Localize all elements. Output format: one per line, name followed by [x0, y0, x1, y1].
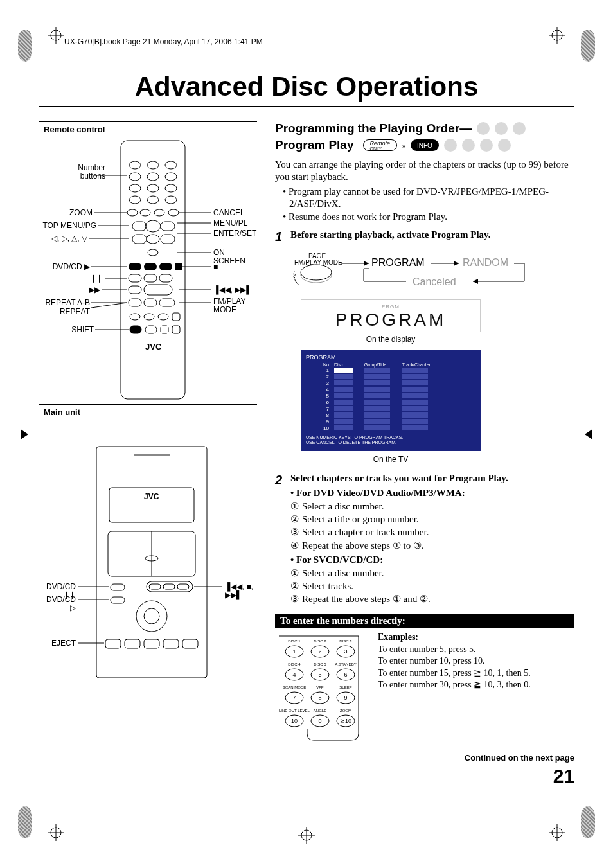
example-line: To enter number 10, press 10. [378, 655, 574, 667]
svg-text:ANGLE: ANGLE [314, 709, 326, 713]
svg-point-102 [301, 265, 332, 280]
main-unit-label: Main unit [44, 407, 257, 417]
tv-program-table: No Disc Group/Title Track/Chapter 1 2 3 … [319, 362, 441, 431]
page-title: Advanced Disc Operations [39, 71, 574, 102]
step1-text: Before starting playback, activate Progr… [290, 229, 574, 240]
remote-control-label: Remote control [44, 125, 257, 134]
svg-text:SLEEP: SLEEP [339, 686, 351, 689]
example-line: To enter number 30, press ≧ 10, 3, then … [378, 679, 574, 691]
on-tv-caption: On the TV [301, 455, 481, 464]
svg-text:DISC 2: DISC 2 [314, 639, 326, 643]
tv-footer2: USE CANCEL TO DELETE THE PROGRAM. [306, 440, 475, 445]
svg-text:1: 1 [292, 648, 296, 655]
callout-on-screen: ON SCREEN [213, 249, 257, 265]
bullet-item: Program play cannot be used for DVD-VR/J… [283, 186, 574, 211]
svg-text:DISC 5: DISC 5 [314, 662, 326, 666]
svg-text:3: 3 [344, 648, 347, 655]
svg-rect-42 [144, 263, 157, 270]
svg-text:9: 9 [344, 695, 347, 701]
callout-arrow-keys: ◁, ▷, △, ▽ [51, 235, 87, 243]
tv-title: PROGRAM [306, 354, 475, 360]
step2-sub1: • For DVD Video/DVD Audio/MP3/WMA: [290, 488, 574, 499]
svg-rect-57 [130, 326, 141, 333]
direct-number-heading: To enter the numbers directly: [275, 614, 574, 628]
divider [39, 404, 257, 405]
info-badge: INFO [411, 139, 439, 151]
mode-canceled: Canceled [413, 276, 456, 288]
remote-only-badge: RemoteONLY [363, 139, 398, 151]
svg-text:A.STANDBY: A.STANDBY [335, 662, 357, 666]
callout-number-buttons: Number buttons [78, 164, 105, 181]
jvc-brand: JVC [145, 342, 161, 351]
tv-footer1: USE NUMERIC KEYS TO PROGRAM TRACKS. [306, 435, 475, 440]
crosshair-icon [547, 823, 567, 842]
format-dot-icon [477, 122, 490, 135]
side-tick-right-icon [581, 428, 594, 441]
svg-text:DISC 4: DISC 4 [288, 662, 301, 666]
callout-stop: ■ [213, 263, 218, 271]
divider [39, 121, 257, 122]
svg-text:DISC 3: DISC 3 [339, 639, 352, 643]
continued-label: Continued on the next page [275, 753, 574, 763]
header-rule [39, 49, 574, 49]
svg-marker-110 [473, 279, 478, 284]
callout-repeat: REPEAT [60, 308, 90, 316]
subheading-line1: Programming the Playing Order— [275, 121, 472, 136]
keypad-diagram: 123 456 789 100≧10 DISC 1DISC 2DISC 3 DI… [275, 632, 371, 741]
svg-text:5: 5 [318, 671, 321, 678]
format-dot-icon [495, 122, 508, 135]
subheading-line2: Program Play [275, 138, 354, 152]
registration-mark-br [581, 806, 595, 838]
svg-marker-104 [364, 261, 369, 266]
examples-block: Examples: To enter number 5, press 5. To… [378, 632, 574, 741]
step2-list2: ①Select a disc number. ②Select tracks. ③… [290, 567, 574, 606]
intro-text: You can arrange the playing order of the… [275, 159, 574, 183]
on-display-caption: On the display [301, 335, 481, 344]
example-line: To enter number 5, press 5. [378, 644, 574, 655]
callout-ff: ▶▶ [89, 286, 100, 294]
format-dot-icon [444, 139, 457, 152]
bullet-item: Resume does not work for Program Play. [283, 211, 574, 224]
svg-marker-12 [21, 429, 28, 439]
callout-enter-set: ENTER/SET [213, 229, 256, 238]
crosshair-icon [46, 26, 66, 45]
svg-marker-13 [585, 429, 592, 439]
main-unit-diagram: JVC DVD/CD ❙❙ DVD/CD ▷ EJECT ▐◀◀, ■, ▶▶▌ [39, 423, 257, 704]
crosshair-icon [46, 823, 66, 842]
callout-zoom: ZOOM [69, 209, 93, 217]
callout-top-menu-pg: TOP MENU/PG [42, 222, 96, 230]
format-dot-icon [462, 139, 475, 152]
unit-display: PRGM PROGRAM On the display [301, 299, 481, 344]
svg-text:ZOOM: ZOOM [340, 709, 351, 713]
callout-skip: ▐◀◀, ▶▶▌ [213, 286, 252, 294]
svg-rect-43 [159, 263, 172, 270]
svg-rect-44 [175, 263, 182, 270]
mode-random: RANDOM [463, 257, 508, 269]
crosshair-icon [547, 26, 567, 45]
svg-marker-106 [454, 261, 459, 266]
crosshair-icon [298, 827, 315, 846]
step2-text: Select chapters or tracks you want for P… [290, 473, 574, 484]
callout-pause: ❙❙ [90, 274, 103, 283]
format-dot-icon [480, 139, 493, 152]
registration-mark-tl [18, 30, 32, 62]
examples-heading: Examples: [378, 632, 574, 642]
callout-fmplay-mode: FM/PLAY MODE [213, 297, 245, 314]
svg-text:10: 10 [291, 718, 298, 724]
remote-diagram: Number buttons ZOOM TOP MENU/PG ◁, ▷, △,… [39, 137, 257, 404]
registration-mark-bl [18, 806, 32, 838]
format-dot-icon [513, 122, 526, 135]
callout-main-transport: ▐◀◀, ■, ▶▶▌ [225, 583, 257, 599]
example-line: To enter number 15, press ≧ 10, 1, then … [378, 668, 574, 679]
step2-number: 2 [275, 473, 285, 488]
svg-text:SCAN MODE: SCAN MODE [283, 686, 306, 689]
svg-text:6: 6 [344, 671, 347, 678]
svg-text:8: 8 [318, 695, 321, 701]
svg-text:VFP: VFP [316, 686, 324, 689]
callout-repeat-ab: REPEAT A-B [45, 299, 90, 307]
step2-list1: ①Select a disc number. ②Select a title o… [290, 500, 574, 552]
callout-dvdcd-play: DVD/CD ▶ [53, 263, 90, 271]
callout-cancel: CANCEL [213, 209, 245, 217]
svg-text:7: 7 [292, 695, 296, 701]
seven-segment-display: PROGRAM [301, 310, 480, 330]
